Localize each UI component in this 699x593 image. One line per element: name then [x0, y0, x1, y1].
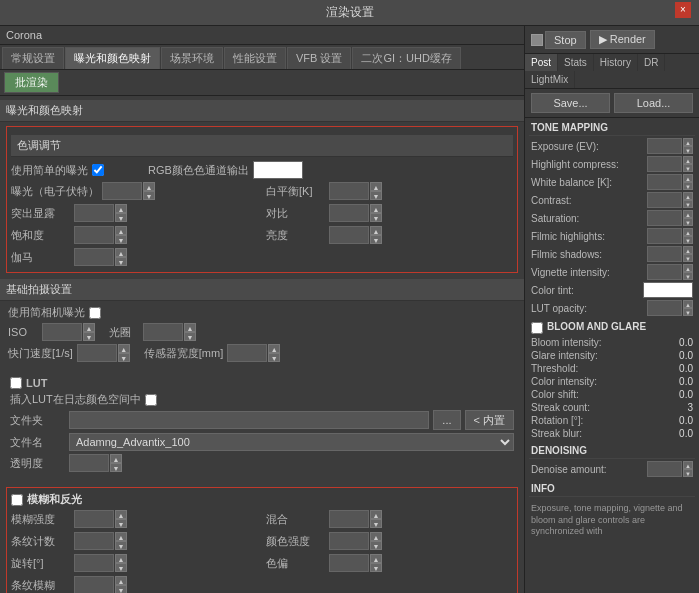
white-balance-spinner[interactable]: 6500 ▲ ▼ — [329, 182, 382, 200]
lut-import-checkbox[interactable] — [145, 394, 157, 406]
blur-input[interactable]: 0 — [74, 510, 114, 528]
color-spinner[interactable]: 0 ▲ ▼ — [329, 532, 382, 550]
count-spinner[interactable]: 3 ▲ ▼ — [74, 532, 127, 550]
rotate-input[interactable]: 0 — [74, 554, 114, 572]
count-down[interactable]: ▼ — [115, 541, 127, 550]
focus-up[interactable]: ▲ — [268, 344, 280, 353]
hue-down[interactable]: ▼ — [370, 563, 382, 572]
lut-path-input[interactable]: C:\Program Files\corona\lut — [69, 411, 429, 429]
stop-button[interactable]: Stop — [545, 31, 586, 49]
speed-down[interactable]: ▼ — [118, 353, 130, 362]
hue-up[interactable]: ▲ — [370, 554, 382, 563]
use-simple-checkbox[interactable] — [92, 164, 104, 176]
lut-opacity-spinner[interactable]: 1 ▲ ▼ — [69, 454, 122, 472]
lut-browse-btn[interactable]: ... — [433, 410, 460, 430]
wb-up[interactable]: ▲ — [370, 182, 382, 191]
tone-ct-up[interactable]: ▲ — [683, 192, 693, 200]
contrast-down[interactable]: ▼ — [370, 213, 382, 222]
tone-fhl-up[interactable]: ▲ — [683, 228, 693, 236]
lut-filename-select[interactable]: Adamng_Advantix_100 — [69, 433, 514, 451]
exposure-spinner[interactable]: 0 ▲ ▼ — [102, 182, 155, 200]
mix-down[interactable]: ▼ — [370, 519, 382, 528]
count-input[interactable]: 3 — [74, 532, 114, 550]
exposure-down[interactable]: ▼ — [143, 191, 155, 200]
rgb-color-swatch[interactable] — [253, 161, 303, 179]
hue-spinner[interactable]: 0 ▲ ▼ — [329, 554, 382, 572]
gamma-input[interactable]: 0 — [74, 248, 114, 266]
tone-sat-up[interactable]: ▲ — [683, 210, 693, 218]
denoise-up[interactable]: ▲ — [683, 461, 693, 469]
color-input[interactable]: 0 — [329, 532, 369, 550]
mix-spinner[interactable]: 0 ▲ ▼ — [329, 510, 382, 528]
lut-checkbox[interactable] — [10, 377, 22, 389]
tab-performance[interactable]: 性能设置 — [224, 47, 286, 69]
mix-input[interactable]: 0 — [329, 510, 369, 528]
brightness-down[interactable]: ▼ — [370, 235, 382, 244]
color-down[interactable]: ▼ — [370, 541, 382, 550]
lut-opacity-input[interactable]: 1 — [69, 454, 109, 472]
tab-dr[interactable]: DR — [638, 54, 665, 71]
gamma-spinner[interactable]: 0 ▲ ▼ — [74, 248, 127, 266]
close-button[interactable]: × — [675, 2, 691, 18]
aperture-input[interactable]: 16 — [143, 323, 183, 341]
contrast-up[interactable]: ▲ — [370, 204, 382, 213]
iso-down[interactable]: ▼ — [83, 332, 95, 341]
highlight-spinner[interactable]: 0 ▲ ▼ — [74, 204, 127, 222]
speed-input[interactable]: 50 — [77, 344, 117, 362]
tab-lightmix[interactable]: LightMix — [525, 71, 575, 88]
streak-down[interactable]: ▼ — [115, 585, 127, 593]
gamma-up[interactable]: ▲ — [115, 248, 127, 257]
lut-opacity-up[interactable]: ▲ — [110, 454, 122, 463]
tab-scene[interactable]: 场景环境 — [161, 47, 223, 69]
rotate-up[interactable]: ▲ — [115, 554, 127, 563]
tab-exposure[interactable]: 曝光和颜色映射 — [65, 47, 160, 69]
tone-exp-down[interactable]: ▼ — [683, 146, 693, 154]
color-tint-swatch[interactable] — [643, 282, 693, 298]
tab-general[interactable]: 常规设置 — [2, 47, 64, 69]
brightness-up[interactable]: ▲ — [370, 226, 382, 235]
highlight-up[interactable]: ▲ — [115, 204, 127, 213]
tab-post[interactable]: Post — [525, 54, 558, 71]
tone-fsh-up[interactable]: ▲ — [683, 246, 693, 254]
denoise-down[interactable]: ▼ — [683, 469, 693, 477]
denoise-input[interactable]: 1.0 — [647, 461, 682, 477]
tone-highlight-input[interactable]: 1.0 — [647, 156, 682, 172]
tone-vig-up[interactable]: ▲ — [683, 264, 693, 272]
tone-fhl-input[interactable]: 0.0 — [647, 228, 682, 244]
tone-sat-down[interactable]: ▼ — [683, 218, 693, 226]
focus-input[interactable]: 35 — [227, 344, 267, 362]
tone-vig-input[interactable]: 0.0 — [647, 264, 682, 280]
blur-spinner[interactable]: 0 ▲ ▼ — [74, 510, 127, 528]
white-balance-input[interactable]: 6500 — [329, 182, 369, 200]
exposure-input[interactable]: 0 — [102, 182, 142, 200]
rotate-down[interactable]: ▼ — [115, 563, 127, 572]
tone-exp-up[interactable]: ▲ — [683, 138, 693, 146]
aperture-down[interactable]: ▼ — [184, 332, 196, 341]
rotate-spinner[interactable]: 0 ▲ ▼ — [74, 554, 127, 572]
tone-hl-up[interactable]: ▲ — [683, 156, 693, 164]
tone-sat-input[interactable]: 0.0 — [647, 210, 682, 226]
use-film-checkbox[interactable] — [89, 307, 101, 319]
lut-opacity-down[interactable]: ▼ — [110, 463, 122, 472]
aperture-up[interactable]: ▲ — [184, 323, 196, 332]
lut-op-up[interactable]: ▲ — [683, 300, 693, 308]
iso-input[interactable]: 100 — [42, 323, 82, 341]
tone-fsh-input[interactable]: 0.0 — [647, 246, 682, 262]
streak-spinner[interactable]: 0 ▲ ▼ — [74, 576, 127, 593]
save-button[interactable]: Save... — [531, 93, 610, 113]
color-up[interactable]: ▲ — [370, 532, 382, 541]
hue-input[interactable]: 0 — [329, 554, 369, 572]
speed-spinner[interactable]: 50 ▲ ▼ — [77, 344, 130, 362]
highlight-down[interactable]: ▼ — [115, 213, 127, 222]
brightness-spinner[interactable]: 0 ▲ ▼ — [329, 226, 382, 244]
contrast-spinner[interactable]: 0 ▲ ▼ — [329, 204, 382, 222]
blur-up[interactable]: ▲ — [115, 510, 127, 519]
aperture-spinner[interactable]: 16 ▲ ▼ — [143, 323, 196, 341]
tab-history[interactable]: History — [594, 54, 638, 71]
saturation-down[interactable]: ▼ — [115, 235, 127, 244]
tone-hl-down[interactable]: ▼ — [683, 164, 693, 172]
speed-up[interactable]: ▲ — [118, 344, 130, 353]
load-button[interactable]: Load... — [614, 93, 693, 113]
highlight-input[interactable]: 0 — [74, 204, 114, 222]
focus-spinner[interactable]: 35 ▲ ▼ — [227, 344, 280, 362]
